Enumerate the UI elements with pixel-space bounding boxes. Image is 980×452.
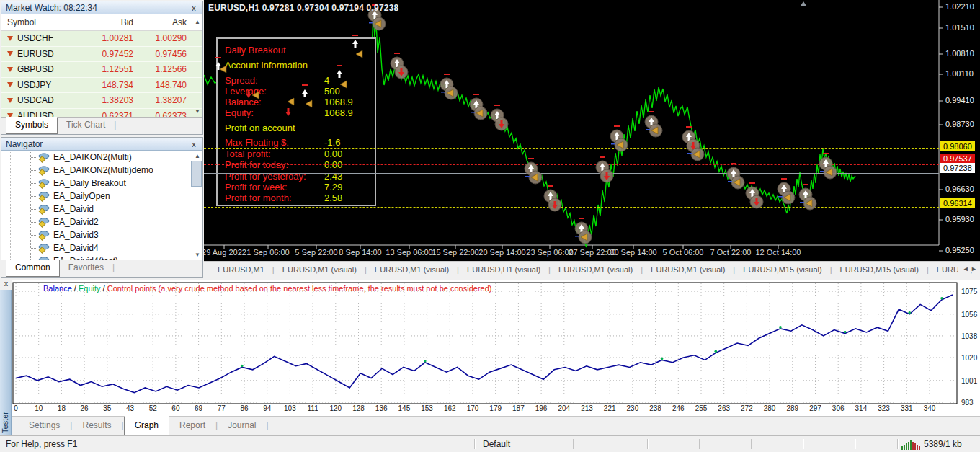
x-tick-label: 170 [467,404,479,412]
date-label: 8 Sep 14:00 [339,248,381,257]
chart-tab[interactable]: EURUSD,H1 (visual) [459,265,548,274]
price-label: 1.01510 [945,23,974,32]
table-row[interactable]: GBPUSD1.125511.12566 [1,62,202,78]
navigator-item[interactable]: EA_Daily Breakout [1,177,202,190]
navigator-item[interactable]: EA_Daivid2 [1,216,202,229]
table-row[interactable]: USDJPY148.734148.740 [1,78,202,94]
chart-tab[interactable]: EURUSD,M1 [210,265,272,274]
equity-dot [940,297,943,300]
tester-panel: x Tester Balance / Equity / Control poin… [0,278,980,435]
expert-advisor-icon [37,152,50,163]
table-row[interactable]: USDCHF1.002811.00290 [1,31,202,47]
legend-segment: / [72,284,79,293]
symbol-name: USDJPY [17,80,51,90]
status-separator [897,439,898,449]
tester-side-strip[interactable]: Tester [0,290,12,435]
market-watch-tab-symbols[interactable]: Symbols [6,117,58,134]
navigator-tree: EA_DAIKON2(Multi)EA_DAIKON2(Multi)demoEA… [1,151,202,261]
scroll-left-icon[interactable]: ◄ [963,265,969,272]
close-icon[interactable]: x [190,140,198,149]
navigator-tab-favorites[interactable]: Favorites [60,260,112,277]
navigator-item[interactable]: EA_Daivid3 [1,229,202,241]
bid-cell: 1.00281 [86,33,138,43]
scroll-up-icon[interactable]: ▲ [195,19,200,25]
chart-tab[interactable]: EURUSD,M15 (visual) [735,265,829,274]
equity-dot [844,331,847,334]
navigator-item[interactable]: EA_Daivid [1,203,202,216]
tester-side-label: Tester [1,412,9,433]
scroll-down-icon[interactable]: ▼ [195,252,200,258]
date-label: 20 Sep 14:00 [478,248,525,257]
chart-tab[interactable]: EURUSD,M15 (visual) [832,265,927,274]
date-label: 7 Oct 22:00 [710,248,752,257]
symbol-cell: EURUSD [1,49,86,59]
price-label: 1.00110 [945,69,974,78]
tester-tab-report[interactable]: Report [169,417,215,435]
chart-tab[interactable]: EURUSD,M1 (visual) [275,265,365,274]
chart-tab[interactable]: EURUSD,M1 (visual) [367,265,457,274]
x-tick-label: 340 [924,404,936,412]
tester-tab-bar: Settings|Results|GraphReport|Journal| [12,416,980,435]
scroll-down-icon[interactable]: ▼ [195,108,200,115]
navigator-item-label: EA_Daivid [53,204,94,214]
navigator-item-label: EA_Daivid4 [53,243,99,253]
tester-tab-graph[interactable]: Graph [124,416,169,435]
trade-arrow [215,57,221,70]
x-tick-label: 153 [421,404,433,412]
navigator-item[interactable]: EA_DAIKON2(Multi)demo [1,164,202,177]
market-watch-panel: Market Watch: 08:22:34 x SymbolBidAsk US… [1,1,203,135]
x-tick-label: 0 [14,404,18,412]
scrollbar-thumb[interactable] [191,161,202,187]
status-separator [803,439,803,449]
navigator-titlebar[interactable]: Navigator x [1,138,202,151]
status-profile[interactable]: Default [483,439,510,449]
trade-arrow [340,81,347,88]
market-watch-header: SymbolBidAsk [1,14,202,31]
table-row[interactable]: USDCAD1.382031.38207 [1,93,202,109]
down-arrow-icon [7,98,13,103]
date-label: 23 Sep 06:00 [526,248,573,257]
navigator-item[interactable]: EA_DAIKON2(Multi) [1,151,202,164]
x-tick-label: 263 [718,404,730,412]
x-tick-label: 331 [901,404,913,412]
column-header: Bid [86,17,138,27]
chart-tab[interactable]: EURUSD,M1 (visual) [643,265,733,274]
x-tick-label: 52 [149,404,157,412]
price-label: 0.98730 [945,120,974,128]
close-icon[interactable]: x [190,4,198,12]
tester-tab-results[interactable]: Results [72,417,121,435]
price-chart[interactable]: EURUSD,H1 0.97281 0.97304 0.97194 0.9723… [204,0,980,261]
chart-tab[interactable]: EURUSD,M1 (visual) [551,265,641,274]
market-watch-titlebar[interactable]: Market Watch: 08:22:34 x [1,1,202,14]
scroll-right-icon[interactable]: ► [971,265,977,272]
ask-cell: 148.740 [138,80,191,90]
navigator-item-label: EA_Daivid2 [53,217,99,227]
date-label: 12 Oct 14:00 [756,248,801,257]
close-icon[interactable]: x [1,279,11,288]
navigator-item[interactable]: EA_DailyOpen [1,190,202,203]
navigator-tab-common[interactable]: Common [6,260,60,277]
trade-arrow [302,84,308,97]
y-tick-label: 1001 [961,377,977,385]
tester-tab-settings[interactable]: Settings [19,417,70,435]
status-bar: For Help, press F1 Default 5389/1 kb [0,435,980,452]
tab-scroll-arrows[interactable]: ◄ ► [958,265,977,272]
x-tick-label: 145 [398,404,411,412]
status-separator [699,439,700,449]
navigator-item[interactable]: EA_Daivid4 [1,241,202,254]
table-row[interactable]: EURUSD0.974520.97456 [1,47,202,63]
tester-tab-journal[interactable]: Journal [218,417,266,435]
status-separator [474,439,475,449]
ask-cell: 1.12566 [138,64,191,74]
y-tick-label: 983 [961,399,974,407]
market-watch-tab-tick-chart[interactable]: Tick Chart [58,118,114,134]
symbol-cell: USDCHF [1,33,86,43]
date-label: 1 Sep 06:00 [246,248,289,257]
x-tick-label: 289 [786,404,798,412]
date-label: 15 Sep 22:00 [432,248,478,257]
trade-arrow [220,66,226,73]
navigator-item-label: EA_Daily Breakout [53,178,126,188]
scroll-up-icon[interactable]: ▲ [195,153,200,159]
legend-segment: / [101,284,107,293]
price-label: 0.95250 [945,246,974,254]
